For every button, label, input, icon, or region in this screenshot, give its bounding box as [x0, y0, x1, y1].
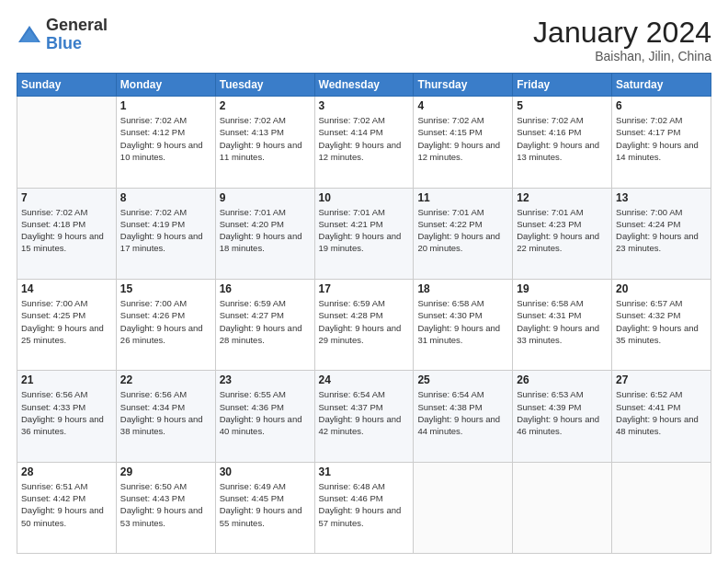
day-cell: 15Sunrise: 7:00 AMSunset: 4:26 PMDayligh…: [116, 279, 215, 370]
week-row-4: 21Sunrise: 6:56 AMSunset: 4:33 PMDayligh…: [17, 371, 711, 462]
day-info: Sunrise: 6:57 AMSunset: 4:32 PMDaylight:…: [616, 297, 707, 346]
day-cell: 23Sunrise: 6:55 AMSunset: 4:36 PMDayligh…: [215, 371, 314, 462]
day-cell: 4Sunrise: 7:02 AMSunset: 4:15 PMDaylight…: [414, 97, 513, 188]
week-row-3: 14Sunrise: 7:00 AMSunset: 4:25 PMDayligh…: [17, 279, 711, 370]
day-cell: 7Sunrise: 7:02 AMSunset: 4:18 PMDaylight…: [17, 188, 117, 279]
day-cell: 27Sunrise: 6:52 AMSunset: 4:41 PMDayligh…: [612, 371, 711, 462]
day-cell: 18Sunrise: 6:58 AMSunset: 4:30 PMDayligh…: [414, 279, 513, 370]
day-cell: 24Sunrise: 6:54 AMSunset: 4:37 PMDayligh…: [314, 371, 414, 462]
day-info: Sunrise: 6:55 AMSunset: 4:36 PMDaylight:…: [220, 388, 311, 437]
day-number: 23: [220, 373, 311, 386]
calendar-table: SundayMondayTuesdayWednesdayThursdayFrid…: [17, 73, 711, 554]
day-cell: 1Sunrise: 7:02 AMSunset: 4:12 PMDaylight…: [116, 97, 215, 188]
day-cell: [414, 462, 513, 553]
weekday-tuesday: Tuesday: [215, 74, 314, 97]
day-cell: 26Sunrise: 6:53 AMSunset: 4:39 PMDayligh…: [513, 371, 612, 462]
day-info: Sunrise: 6:51 AMSunset: 4:42 PMDaylight:…: [21, 480, 112, 529]
day-number: 28: [21, 465, 112, 478]
day-cell: 30Sunrise: 6:49 AMSunset: 4:45 PMDayligh…: [215, 462, 314, 553]
day-cell: 12Sunrise: 7:01 AMSunset: 4:23 PMDayligh…: [513, 188, 612, 279]
day-number: 29: [120, 465, 211, 478]
day-info: Sunrise: 6:54 AMSunset: 4:37 PMDaylight:…: [319, 388, 410, 437]
day-info: Sunrise: 7:00 AMSunset: 4:25 PMDaylight:…: [21, 297, 112, 346]
day-info: Sunrise: 6:48 AMSunset: 4:46 PMDaylight:…: [319, 480, 410, 529]
day-number: 1: [120, 99, 211, 112]
week-row-2: 7Sunrise: 7:02 AMSunset: 4:18 PMDaylight…: [17, 188, 711, 279]
day-info: Sunrise: 6:52 AMSunset: 4:41 PMDaylight:…: [616, 388, 707, 437]
day-cell: 21Sunrise: 6:56 AMSunset: 4:33 PMDayligh…: [17, 371, 117, 462]
weekday-sunday: Sunday: [17, 74, 117, 97]
day-number: 24: [319, 373, 410, 386]
weekday-header-row: SundayMondayTuesdayWednesdayThursdayFrid…: [17, 74, 711, 97]
day-info: Sunrise: 6:58 AMSunset: 4:31 PMDaylight:…: [517, 297, 608, 346]
day-number: 21: [21, 373, 112, 386]
day-number: 5: [517, 99, 608, 112]
day-number: 26: [517, 373, 608, 386]
day-number: 7: [21, 191, 112, 204]
day-number: 3: [319, 99, 410, 112]
header: General Blue January 2024 Baishan, Jilin…: [17, 17, 711, 63]
day-number: 17: [319, 282, 410, 295]
day-cell: 2Sunrise: 7:02 AMSunset: 4:13 PMDaylight…: [215, 97, 314, 188]
day-number: 31: [319, 465, 410, 478]
day-cell: 8Sunrise: 7:02 AMSunset: 4:19 PMDaylight…: [116, 188, 215, 279]
day-cell: 6Sunrise: 7:02 AMSunset: 4:17 PMDaylight…: [612, 97, 711, 188]
logo: General Blue: [17, 17, 108, 53]
week-row-1: 1Sunrise: 7:02 AMSunset: 4:12 PMDaylight…: [17, 97, 711, 188]
week-row-5: 28Sunrise: 6:51 AMSunset: 4:42 PMDayligh…: [17, 462, 711, 553]
day-cell: 13Sunrise: 7:00 AMSunset: 4:24 PMDayligh…: [612, 188, 711, 279]
day-info: Sunrise: 6:53 AMSunset: 4:39 PMDaylight:…: [517, 388, 608, 437]
day-info: Sunrise: 7:02 AMSunset: 4:15 PMDaylight:…: [417, 114, 508, 163]
day-number: 15: [120, 282, 211, 295]
day-number: 19: [517, 282, 608, 295]
weekday-saturday: Saturday: [612, 74, 711, 97]
day-info: Sunrise: 7:02 AMSunset: 4:18 PMDaylight:…: [21, 206, 112, 255]
day-cell: 25Sunrise: 6:54 AMSunset: 4:38 PMDayligh…: [414, 371, 513, 462]
day-cell: 28Sunrise: 6:51 AMSunset: 4:42 PMDayligh…: [17, 462, 117, 553]
day-number: 14: [21, 282, 112, 295]
day-info: Sunrise: 7:02 AMSunset: 4:19 PMDaylight:…: [120, 206, 211, 255]
logo-text: General Blue: [46, 17, 108, 53]
month-title: January 2024: [533, 17, 711, 49]
day-number: 11: [417, 191, 508, 204]
day-info: Sunrise: 7:01 AMSunset: 4:22 PMDaylight:…: [417, 206, 508, 255]
day-number: 6: [616, 99, 707, 112]
day-cell: 9Sunrise: 7:01 AMSunset: 4:20 PMDaylight…: [215, 188, 314, 279]
day-info: Sunrise: 6:56 AMSunset: 4:34 PMDaylight:…: [120, 388, 211, 437]
day-number: 12: [517, 191, 608, 204]
day-info: Sunrise: 7:02 AMSunset: 4:12 PMDaylight:…: [120, 114, 211, 163]
day-info: Sunrise: 7:01 AMSunset: 4:23 PMDaylight:…: [517, 206, 608, 255]
day-number: 9: [220, 191, 311, 204]
day-info: Sunrise: 7:02 AMSunset: 4:16 PMDaylight:…: [517, 114, 608, 163]
weekday-wednesday: Wednesday: [314, 74, 414, 97]
day-number: 27: [616, 373, 707, 386]
day-cell: 22Sunrise: 6:56 AMSunset: 4:34 PMDayligh…: [116, 371, 215, 462]
weekday-thursday: Thursday: [414, 74, 513, 97]
title-block: January 2024 Baishan, Jilin, China: [533, 17, 711, 63]
day-cell: 29Sunrise: 6:50 AMSunset: 4:43 PMDayligh…: [116, 462, 215, 553]
day-info: Sunrise: 6:56 AMSunset: 4:33 PMDaylight:…: [21, 388, 112, 437]
logo-icon: [17, 22, 42, 48]
day-number: 25: [417, 373, 508, 386]
day-cell: 31Sunrise: 6:48 AMSunset: 4:46 PMDayligh…: [314, 462, 414, 553]
day-number: 2: [220, 99, 311, 112]
day-number: 30: [220, 465, 311, 478]
day-cell: 14Sunrise: 7:00 AMSunset: 4:25 PMDayligh…: [17, 279, 117, 370]
day-cell: [612, 462, 711, 553]
day-cell: [17, 97, 117, 188]
day-cell: 16Sunrise: 6:59 AMSunset: 4:27 PMDayligh…: [215, 279, 314, 370]
logo-blue-text: Blue: [46, 35, 108, 53]
day-info: Sunrise: 7:01 AMSunset: 4:20 PMDaylight:…: [220, 206, 311, 255]
day-number: 10: [319, 191, 410, 204]
weekday-monday: Monday: [116, 74, 215, 97]
day-info: Sunrise: 7:02 AMSunset: 4:17 PMDaylight:…: [616, 114, 707, 163]
location: Baishan, Jilin, China: [533, 49, 711, 63]
logo-general-text: General: [46, 17, 108, 35]
day-cell: [513, 462, 612, 553]
day-info: Sunrise: 6:59 AMSunset: 4:27 PMDaylight:…: [220, 297, 311, 346]
day-cell: 19Sunrise: 6:58 AMSunset: 4:31 PMDayligh…: [513, 279, 612, 370]
day-cell: 17Sunrise: 6:59 AMSunset: 4:28 PMDayligh…: [314, 279, 414, 370]
day-info: Sunrise: 7:01 AMSunset: 4:21 PMDaylight:…: [319, 206, 410, 255]
day-info: Sunrise: 7:02 AMSunset: 4:14 PMDaylight:…: [319, 114, 410, 163]
day-number: 8: [120, 191, 211, 204]
